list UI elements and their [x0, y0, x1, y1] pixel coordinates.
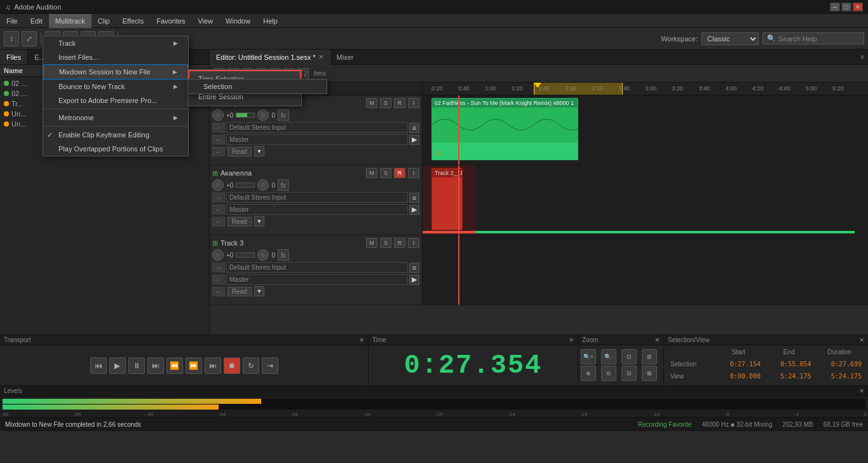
transport-pause[interactable]: ⏸ — [128, 357, 145, 374]
track-output-3-select[interactable]: Master — [226, 274, 408, 285]
zoom-full-v-btn[interactable]: ⊠ — [642, 366, 657, 381]
track-lock-btn[interactable]: I — [408, 98, 419, 108]
minimize-button[interactable]: ─ — [830, 3, 840, 11]
route-arrow-btn[interactable]: → — [212, 123, 225, 132]
menu-item-metronome[interactable]: Metronome ▶ — [43, 111, 188, 125]
sel-row-view-start[interactable]: 0:00.000 — [714, 372, 763, 383]
automation-left-btn[interactable]: ← — [212, 147, 225, 156]
menu-clip[interactable]: Clip — [92, 14, 116, 28]
menu-window[interactable]: Window — [219, 14, 257, 28]
transport-loop[interactable]: ↻ — [243, 357, 259, 374]
track-timeline-akap[interactable]: Track 2__1 ▼ — [423, 165, 868, 235]
route-output-akap[interactable]: ← — [212, 205, 225, 214]
sel-row-selection-start[interactable]: 0:27.154 — [714, 360, 763, 371]
track-mute-btn[interactable]: M — [366, 98, 377, 108]
transport-record[interactable]: ⏺ — [224, 357, 240, 374]
files-tab[interactable]: Files — [0, 50, 28, 64]
transport-to-end[interactable]: ⏭ — [147, 357, 164, 374]
automation-mode-3[interactable]: Read — [227, 287, 252, 296]
search-help-input[interactable]: 🔍 Search Help — [763, 32, 864, 45]
levels-close-icon[interactable]: ✕ — [859, 387, 864, 394]
track-lock-btn-3[interactable]: I — [408, 238, 419, 248]
toolbar-btn-1[interactable]: ↕ — [4, 31, 19, 46]
time-close-icon[interactable]: ✕ — [569, 336, 574, 343]
track-timeline-minus[interactable]: 02 Faithless - Sun To Me (Mark Knight Re… — [423, 95, 868, 165]
menu-item-bounce[interactable]: Bounce to New Track ▶ — [43, 79, 188, 93]
track-timeline-3[interactable] — [423, 235, 868, 305]
sel-row-selection-end[interactable]: 0:55.054 — [764, 360, 814, 371]
track-fx-btn-akap[interactable]: fx — [278, 179, 289, 191]
track-input-3-select[interactable]: Default Stereo Input — [226, 262, 408, 273]
track-fx-btn[interactable]: fx — [278, 109, 289, 121]
menu-favorites[interactable]: Favorites — [150, 14, 191, 28]
transport-skip[interactable]: ⇥ — [262, 357, 278, 374]
sel-row-selection-dur[interactable]: 0:27.699 — [815, 360, 864, 371]
track-input-akap-select[interactable]: Default Stereo Input — [226, 192, 408, 203]
zoom-out-h-btn[interactable]: 🔍- — [601, 349, 616, 364]
track-fx-btn-3[interactable]: fx — [278, 249, 289, 261]
track-lock-btn-akap[interactable]: I — [408, 168, 419, 178]
automation-mode-btn[interactable]: Read — [227, 147, 252, 156]
transport-play[interactable]: ▶ — [109, 357, 126, 374]
zoom-full-h-btn[interactable]: ⊞ — [642, 349, 657, 364]
zoom-in-h-btn[interactable]: 🔍+ — [581, 349, 596, 364]
zoom-fit-v-btn[interactable]: ⊟ — [621, 366, 637, 381]
audio-clip-minus[interactable]: 02 Faithless - Sun To Me (Mark Knight Re… — [431, 98, 578, 160]
bounce-item-selection[interactable]: Selection — [188, 79, 327, 93]
track-output-akap-arrow[interactable]: ▶ — [409, 205, 419, 215]
route-arrow-akap[interactable]: → — [212, 193, 225, 202]
track-arm-btn[interactable]: R — [394, 98, 405, 108]
menu-item-overlap[interactable]: Play Overlapped Portions of Clips — [43, 142, 188, 156]
track-volume-knob[interactable] — [212, 109, 224, 121]
track-input-select[interactable]: Default Stereo Input — [226, 122, 408, 133]
sel-row-view-dur[interactable]: 5:24.175 — [815, 372, 864, 383]
close-button[interactable]: ✕ — [853, 3, 863, 11]
sel-close-icon[interactable]: ✕ — [859, 336, 864, 343]
tab-close-icon[interactable]: ✕ — [318, 53, 323, 60]
route-output-btn[interactable]: ← — [212, 135, 225, 144]
menu-item-keyframe[interactable]: Enable Clip Keyframe Editing — [43, 128, 188, 142]
menu-item-mixdown[interactable]: Mixdown Session to New File ▶ — [43, 64, 188, 79]
automation-left-akap[interactable]: ← — [212, 217, 225, 226]
track-eq-3[interactable]: ≡ — [409, 263, 419, 273]
track-solo-btn[interactable]: S — [380, 98, 391, 108]
track-output-select[interactable]: Master — [226, 134, 408, 145]
workspace-select[interactable]: Classic — [702, 32, 759, 45]
toolbar-btn-2[interactable]: ⤢ — [22, 31, 37, 46]
menu-multitrack[interactable]: Multitrack — [49, 14, 92, 28]
menu-file[interactable]: File — [0, 14, 24, 28]
mixer-tab[interactable]: Mixer — [330, 52, 360, 62]
automation-left-3[interactable]: ← — [212, 287, 225, 296]
track-solo-btn-3[interactable]: S — [380, 238, 391, 248]
transport-end-clip[interactable]: ⏭ — [205, 357, 221, 374]
route-output-3[interactable]: ← — [212, 275, 225, 284]
track-output-akap-select[interactable]: Master — [226, 204, 408, 215]
automation-dropdown-3[interactable]: ▼ — [254, 286, 264, 296]
menu-help[interactable]: Help — [257, 14, 284, 28]
track-pan-knob[interactable] — [257, 109, 269, 121]
track-pan-knob-3[interactable] — [257, 249, 269, 261]
automation-mode-akap[interactable]: Read — [227, 217, 252, 226]
track-eq-btn[interactable]: ≡ — [409, 123, 419, 133]
timeline-ruler[interactable]: 0:20 0:40 1:00 1:20 1:40 2:00 2:20 2:40 … — [423, 83, 868, 95]
transport-close-icon[interactable]: ✕ — [359, 336, 364, 343]
editor-tab-session[interactable]: Editor: Untitled Session 1.sesx * ✕ — [210, 50, 330, 65]
track-arm-btn-akap[interactable]: R — [394, 168, 405, 178]
menu-item-insert[interactable]: Insert Files... — [43, 50, 188, 64]
zoom-in-v-btn[interactable]: ⊕ — [581, 366, 596, 381]
track-output-3-arrow[interactable]: ▶ — [409, 275, 419, 285]
zoom-close-icon[interactable]: ✕ — [654, 336, 660, 343]
automation-dropdown-akap[interactable]: ▼ — [254, 216, 264, 226]
menu-effects[interactable]: Effects — [116, 14, 150, 28]
transport-next-clip[interactable]: ⏩ — [186, 357, 202, 374]
track-solo-btn-akap[interactable]: S — [380, 168, 391, 178]
track-volume-knob-akap[interactable] — [212, 179, 224, 191]
route-arrow-3[interactable]: → — [212, 263, 225, 272]
track-pan-knob-akap[interactable] — [257, 179, 269, 191]
track-mute-btn-akap[interactable]: M — [366, 168, 377, 178]
sel-row-view-end[interactable]: 5:24.175 — [764, 372, 814, 383]
menu-edit[interactable]: Edit — [24, 14, 49, 28]
automation-dropdown[interactable]: ▼ — [254, 146, 264, 156]
menu-view[interactable]: View — [191, 14, 219, 28]
panel-menu-icon[interactable]: ≡ — [860, 53, 864, 60]
